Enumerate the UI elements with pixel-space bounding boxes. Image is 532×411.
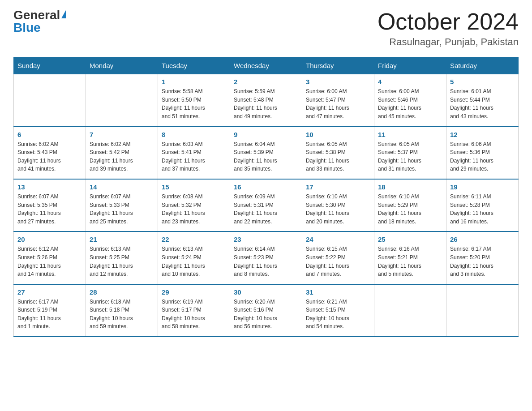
day-cell: 9Sunrise: 6:04 AM Sunset: 5:39 PM Daylig… xyxy=(230,127,302,179)
month-title: October 2024 xyxy=(378,9,519,34)
logo-blue-text: Blue xyxy=(13,21,41,34)
page-header: General Blue October 2024 Rasulnagar, Pu… xyxy=(13,9,519,48)
logo-triangle-icon xyxy=(61,10,66,18)
day-number: 14 xyxy=(90,183,154,191)
day-number: 1 xyxy=(162,78,226,86)
day-cell: 20Sunrise: 6:12 AM Sunset: 5:26 PM Dayli… xyxy=(14,231,86,284)
day-number: 11 xyxy=(378,131,442,138)
day-info: Sunrise: 6:10 AM Sunset: 5:30 PM Dayligh… xyxy=(306,193,370,226)
day-cell: 18Sunrise: 6:10 AM Sunset: 5:29 PM Dayli… xyxy=(374,179,446,231)
day-info: Sunrise: 6:16 AM Sunset: 5:21 PM Dayligh… xyxy=(378,245,442,278)
week-row-1: 1Sunrise: 5:58 AM Sunset: 5:50 PM Daylig… xyxy=(14,74,519,127)
day-cell: 13Sunrise: 6:07 AM Sunset: 5:35 PM Dayli… xyxy=(14,179,86,231)
day-number: 22 xyxy=(162,235,226,243)
header-cell-friday: Friday xyxy=(374,57,446,74)
day-cell: 21Sunrise: 6:13 AM Sunset: 5:25 PM Dayli… xyxy=(86,231,158,284)
day-info: Sunrise: 6:09 AM Sunset: 5:31 PM Dayligh… xyxy=(234,193,298,226)
day-info: Sunrise: 6:17 AM Sunset: 5:19 PM Dayligh… xyxy=(17,298,82,331)
day-cell: 30Sunrise: 6:20 AM Sunset: 5:16 PM Dayli… xyxy=(230,284,302,337)
day-number: 23 xyxy=(234,235,298,243)
day-cell: 3Sunrise: 6:00 AM Sunset: 5:47 PM Daylig… xyxy=(302,74,374,127)
day-number: 24 xyxy=(306,235,370,243)
day-number: 8 xyxy=(162,131,226,138)
day-cell xyxy=(86,74,158,127)
day-info: Sunrise: 6:02 AM Sunset: 5:42 PM Dayligh… xyxy=(90,140,154,173)
header-cell-saturday: Saturday xyxy=(446,57,519,74)
header-cell-monday: Monday xyxy=(86,57,158,74)
header-cell-thursday: Thursday xyxy=(302,57,374,74)
day-cell: 6Sunrise: 6:02 AM Sunset: 5:43 PM Daylig… xyxy=(14,127,86,179)
day-cell: 12Sunrise: 6:06 AM Sunset: 5:36 PM Dayli… xyxy=(446,127,519,179)
day-info: Sunrise: 5:58 AM Sunset: 5:50 PM Dayligh… xyxy=(162,87,226,120)
day-cell: 25Sunrise: 6:16 AM Sunset: 5:21 PM Dayli… xyxy=(374,231,446,284)
day-number: 4 xyxy=(378,78,442,86)
day-cell xyxy=(446,284,519,337)
day-info: Sunrise: 6:04 AM Sunset: 5:39 PM Dayligh… xyxy=(234,140,298,173)
day-cell: 22Sunrise: 6:13 AM Sunset: 5:24 PM Dayli… xyxy=(158,231,230,284)
day-cell: 11Sunrise: 6:05 AM Sunset: 5:37 PM Dayli… xyxy=(374,127,446,179)
day-cell: 26Sunrise: 6:17 AM Sunset: 5:20 PM Dayli… xyxy=(446,231,519,284)
day-cell: 2Sunrise: 5:59 AM Sunset: 5:48 PM Daylig… xyxy=(230,74,302,127)
day-number: 9 xyxy=(234,131,298,138)
day-number: 25 xyxy=(378,235,442,243)
day-number: 28 xyxy=(90,288,154,296)
day-info: Sunrise: 6:21 AM Sunset: 5:15 PM Dayligh… xyxy=(306,298,370,331)
day-number: 27 xyxy=(17,288,82,296)
day-cell: 15Sunrise: 6:08 AM Sunset: 5:32 PM Dayli… xyxy=(158,179,230,231)
day-info: Sunrise: 6:11 AM Sunset: 5:28 PM Dayligh… xyxy=(450,193,515,226)
week-row-4: 20Sunrise: 6:12 AM Sunset: 5:26 PM Dayli… xyxy=(14,231,519,284)
day-info: Sunrise: 6:15 AM Sunset: 5:22 PM Dayligh… xyxy=(306,245,370,278)
day-number: 26 xyxy=(450,235,515,243)
day-info: Sunrise: 6:07 AM Sunset: 5:35 PM Dayligh… xyxy=(17,193,82,226)
day-info: Sunrise: 6:07 AM Sunset: 5:33 PM Dayligh… xyxy=(90,193,154,226)
day-cell: 19Sunrise: 6:11 AM Sunset: 5:28 PM Dayli… xyxy=(446,179,519,231)
day-number: 29 xyxy=(162,288,226,296)
day-number: 21 xyxy=(90,235,154,243)
header-row: SundayMondayTuesdayWednesdayThursdayFrid… xyxy=(14,57,519,74)
day-number: 15 xyxy=(162,183,226,191)
day-cell: 27Sunrise: 6:17 AM Sunset: 5:19 PM Dayli… xyxy=(14,284,86,337)
day-number: 19 xyxy=(450,183,515,191)
header-cell-wednesday: Wednesday xyxy=(230,57,302,74)
day-number: 10 xyxy=(306,131,370,138)
day-number: 16 xyxy=(234,183,298,191)
calendar-table: SundayMondayTuesdayWednesdayThursdayFrid… xyxy=(13,57,519,337)
day-number: 30 xyxy=(234,288,298,296)
day-info: Sunrise: 6:05 AM Sunset: 5:38 PM Dayligh… xyxy=(306,140,370,173)
day-number: 31 xyxy=(306,288,370,296)
day-cell xyxy=(14,74,86,127)
day-info: Sunrise: 6:19 AM Sunset: 5:17 PM Dayligh… xyxy=(162,298,226,331)
day-info: Sunrise: 6:06 AM Sunset: 5:36 PM Dayligh… xyxy=(450,140,515,173)
day-number: 7 xyxy=(90,131,154,138)
day-info: Sunrise: 6:13 AM Sunset: 5:25 PM Dayligh… xyxy=(90,245,154,278)
day-info: Sunrise: 6:20 AM Sunset: 5:16 PM Dayligh… xyxy=(234,298,298,331)
header-cell-tuesday: Tuesday xyxy=(158,57,230,74)
day-cell: 23Sunrise: 6:14 AM Sunset: 5:23 PM Dayli… xyxy=(230,231,302,284)
calendar-body: 1Sunrise: 5:58 AM Sunset: 5:50 PM Daylig… xyxy=(14,74,519,337)
day-cell: 5Sunrise: 6:01 AM Sunset: 5:44 PM Daylig… xyxy=(446,74,519,127)
day-cell: 1Sunrise: 5:58 AM Sunset: 5:50 PM Daylig… xyxy=(158,74,230,127)
title-block: October 2024 Rasulnagar, Punjab, Pakista… xyxy=(378,9,519,48)
week-row-2: 6Sunrise: 6:02 AM Sunset: 5:43 PM Daylig… xyxy=(14,127,519,179)
logo: General Blue xyxy=(13,9,66,34)
day-info: Sunrise: 6:08 AM Sunset: 5:32 PM Dayligh… xyxy=(162,193,226,226)
day-number: 2 xyxy=(234,78,298,86)
day-info: Sunrise: 6:13 AM Sunset: 5:24 PM Dayligh… xyxy=(162,245,226,278)
day-info: Sunrise: 6:00 AM Sunset: 5:46 PM Dayligh… xyxy=(378,87,442,120)
day-cell: 29Sunrise: 6:19 AM Sunset: 5:17 PM Dayli… xyxy=(158,284,230,337)
day-info: Sunrise: 6:00 AM Sunset: 5:47 PM Dayligh… xyxy=(306,87,370,120)
day-cell: 4Sunrise: 6:00 AM Sunset: 5:46 PM Daylig… xyxy=(374,74,446,127)
week-row-3: 13Sunrise: 6:07 AM Sunset: 5:35 PM Dayli… xyxy=(14,179,519,231)
day-info: Sunrise: 6:03 AM Sunset: 5:41 PM Dayligh… xyxy=(162,140,226,173)
location-text: Rasulnagar, Punjab, Pakistan xyxy=(378,36,519,48)
day-cell: 31Sunrise: 6:21 AM Sunset: 5:15 PM Dayli… xyxy=(302,284,374,337)
day-cell: 10Sunrise: 6:05 AM Sunset: 5:38 PM Dayli… xyxy=(302,127,374,179)
day-info: Sunrise: 6:12 AM Sunset: 5:26 PM Dayligh… xyxy=(17,245,82,278)
day-number: 17 xyxy=(306,183,370,191)
week-row-5: 27Sunrise: 6:17 AM Sunset: 5:19 PM Dayli… xyxy=(14,284,519,337)
day-cell: 8Sunrise: 6:03 AM Sunset: 5:41 PM Daylig… xyxy=(158,127,230,179)
day-number: 5 xyxy=(450,78,515,86)
day-number: 18 xyxy=(378,183,442,191)
day-cell: 14Sunrise: 6:07 AM Sunset: 5:33 PM Dayli… xyxy=(86,179,158,231)
day-info: Sunrise: 6:05 AM Sunset: 5:37 PM Dayligh… xyxy=(378,140,442,173)
